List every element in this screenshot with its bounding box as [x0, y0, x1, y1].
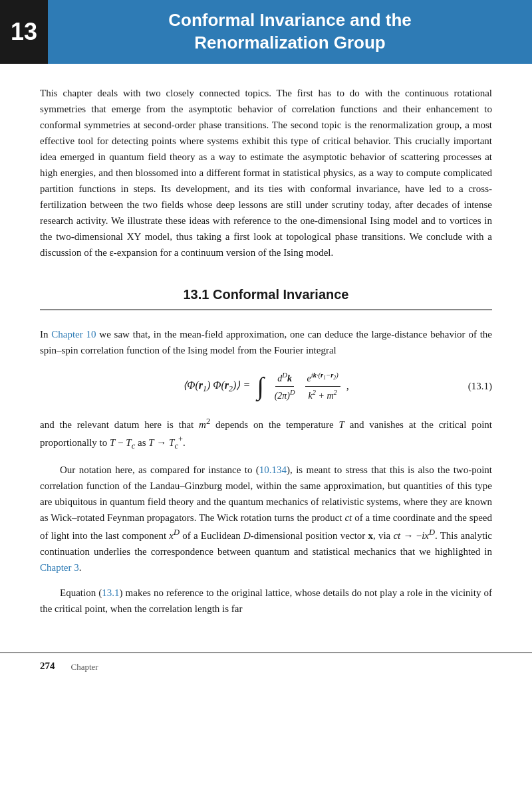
section-13-1-para2: and the relevant datum here is that m2 d…: [40, 415, 492, 453]
xref-13-1[interactable]: 13.1: [102, 587, 119, 598]
section-13-1-heading-container: 13.1 Conformal Invariance: [40, 284, 492, 310]
equation-expression: ⟨Φ(r1) Φ(r2)⟩ = ∫ dDk (2π)D eik·(r1−r2) …: [183, 370, 348, 403]
eq-fraction2: eik·(r1−r2) k2 + m2: [305, 370, 340, 403]
eq-comma: ,: [346, 378, 349, 395]
para3-after: ), is meant to stress that this is also …: [40, 464, 492, 557]
para3-end: .: [79, 562, 82, 573]
eq-fraction-numerator: dDk: [275, 370, 294, 387]
para3-before: Our notation here, as compared for insta…: [60, 464, 259, 475]
section-13-1-para3: Our notation here, as compared for insta…: [40, 462, 492, 575]
section-13-1-para1: In Chapter 10 we saw that, in the mean-f…: [40, 326, 492, 358]
para1-before-xref: In: [40, 329, 51, 340]
eq-fraction: dDk (2π)D: [273, 370, 297, 403]
section-divider: [40, 309, 492, 310]
xref-chapter3[interactable]: Chapter 3: [40, 562, 79, 573]
eq-fraction2-numerator: eik·(r1−r2): [305, 370, 340, 387]
eq-fraction-denominator: (2π)D: [273, 387, 297, 403]
section-13-1-heading: 13.1 Conformal Invariance: [40, 284, 492, 305]
abstract-text: This chapter deals with two closely conn…: [40, 88, 492, 258]
section-13-1-para4: Equation (13.1) makes no reference to th…: [40, 585, 492, 617]
chapter-title-box: Conformal Invariance and the Renormaliza…: [48, 0, 532, 64]
chapter-header: 13 Conformal Invariance and the Renormal…: [0, 0, 532, 64]
equation-13-1: ⟨Φ(r1) Φ(r2)⟩ = ∫ dDk (2π)D eik·(r1−r2) …: [40, 370, 492, 403]
main-content: This chapter deals with two closely conn…: [0, 64, 532, 647]
para1-after-xref: we saw that, in the mean-field approxima…: [40, 329, 492, 355]
chapter-title: Conformal Invariance and the Renormaliza…: [168, 9, 412, 54]
abstract-paragraph: This chapter deals with two closely conn…: [40, 85, 492, 260]
eq-lhs: ⟨Φ(r1) Φ(r2)⟩ =: [183, 377, 250, 395]
xref-chapter10[interactable]: Chapter 10: [51, 329, 96, 340]
page-number: 274: [40, 659, 55, 674]
equation-label: (13.1): [468, 379, 492, 394]
chapter-title-line2: Renormalization Group: [194, 33, 385, 52]
footer-chapter-label: Chapter: [71, 660, 98, 674]
eq-fraction2-denominator: k2 + m2: [307, 387, 339, 403]
chapter-title-line1: Conformal Invariance and the: [168, 10, 412, 30]
para4-before: Equation (: [60, 587, 102, 598]
para2-text: and the relevant datum here is that m2 d…: [40, 419, 492, 448]
chapter-number-box: 13: [0, 0, 48, 64]
xref-10134[interactable]: 10.134: [259, 464, 287, 475]
chapter-number: 13: [11, 13, 37, 51]
page-footer: 274 Chapter: [0, 653, 532, 680]
eq-integral-sign: ∫: [257, 373, 263, 399]
